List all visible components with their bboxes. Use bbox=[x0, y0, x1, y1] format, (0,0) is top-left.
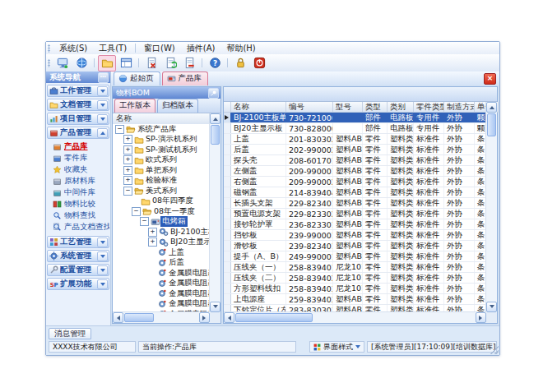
message-panel-tab[interactable]: 消息管理 bbox=[49, 328, 91, 339]
tree-node[interactable]: 后盖 bbox=[113, 258, 220, 269]
table-row[interactable]: BJ-2100主板单点730-721000-12X部件电路板专用件外协颗 bbox=[224, 113, 497, 123]
menu-item-system[interactable]: 系统(S) bbox=[53, 43, 93, 54]
sidebar-group-extension[interactable]: SP扩展功能 bbox=[47, 278, 109, 290]
tree-node[interactable]: +BJ20主显示板 bbox=[113, 238, 220, 248]
tree-node[interactable]: +检验标准 bbox=[113, 176, 220, 187]
table-row[interactable]: 挡钞板239-990001-01X塑料ABS零件塑料类标准件外协条 bbox=[224, 230, 497, 241]
table-row[interactable]: BJ20主显示板730-828000-04X部件电路板专用件外协颗 bbox=[224, 123, 497, 134]
table-row[interactable]: 滑钞板239-823401-00X塑料ABS零件塑料类标准件外协条 bbox=[224, 241, 497, 251]
sidebar-item-product-lib[interactable]: 产品库 bbox=[53, 141, 109, 152]
sidebar-item-product-doc-find[interactable]: 产品文档查找 bbox=[53, 222, 109, 233]
sidebar-group-chevron-button[interactable] bbox=[97, 251, 108, 261]
toolbar-doc-delete-button[interactable] bbox=[180, 55, 198, 71]
expander-minus-icon[interactable]: − bbox=[123, 187, 132, 196]
tree-node[interactable]: +SP-演示机系列 bbox=[113, 135, 220, 145]
sidebar-group-work[interactable]: 工作管理 bbox=[47, 85, 109, 97]
sidebar-group-project[interactable]: 项目管理 bbox=[47, 113, 109, 125]
menu-item-help[interactable]: 帮助(H) bbox=[220, 43, 261, 54]
table-row[interactable]: 提手（A、B）249-990001-01X塑料ABS零件塑料类标准件外协条 bbox=[224, 251, 497, 262]
tree-node[interactable]: +SP-测试机系列 bbox=[113, 145, 220, 155]
sidebar-group-config[interactable]: 配置管理 bbox=[47, 264, 109, 276]
sidebar-group-chevron-button[interactable] bbox=[97, 100, 108, 110]
scrollbar-thumb[interactable] bbox=[211, 125, 220, 145]
scroll-up-button[interactable] bbox=[486, 102, 497, 113]
scroll-right-button[interactable] bbox=[199, 312, 210, 323]
scrollbar-thumb[interactable] bbox=[124, 313, 154, 322]
tree-horizontal-scrollbar[interactable] bbox=[113, 311, 210, 323]
tree-node[interactable]: −电烤箱 bbox=[113, 217, 220, 228]
table-row[interactable]: 压线夹（一）258-839401-00X尼龙1010零件塑料类标准件外协条 bbox=[224, 262, 497, 273]
bom-version-tab-1[interactable]: 归档版本 bbox=[157, 99, 198, 113]
close-tab-button[interactable]: × bbox=[484, 73, 496, 85]
column-header-6[interactable]: 制造方式 bbox=[444, 102, 475, 113]
table-row[interactable]: 方形塑料线扣258-839403-00X尼龙1010零件塑料类标准件外协条 bbox=[224, 284, 497, 294]
table-row[interactable]: 压线夹（二）258-839402-00X尼龙1010零件塑料类标准件外协条 bbox=[224, 273, 497, 284]
menubar-grip-handle[interactable] bbox=[48, 44, 50, 53]
sidebar-header-menu-button[interactable]: ⋯ bbox=[98, 72, 109, 83]
sidebar-group-product[interactable]: 产品管理 bbox=[47, 127, 109, 139]
expander-plus-icon[interactable]: + bbox=[123, 166, 132, 175]
tree-node[interactable]: 08年四季度 bbox=[113, 196, 220, 207]
bom-version-tab-0[interactable]: 工作版本 bbox=[114, 99, 155, 113]
table-row[interactable]: 预置电源支架229-823302-00X塑料ABS零件塑料类标准件外协条 bbox=[224, 209, 497, 219]
sidebar-item-material-compare[interactable]: 物料比较 bbox=[53, 199, 109, 210]
tree-node[interactable]: 金属膜电阻器 bbox=[113, 279, 220, 289]
sidebar-group-system[interactable]: 系统管理 bbox=[47, 250, 109, 262]
table-row[interactable]: 磁钢盖214-839404-01X塑料ABS零件塑料类标准件外协条 bbox=[224, 187, 497, 198]
menu-item-plugins[interactable]: 插件(A) bbox=[181, 43, 221, 54]
table-row[interactable]: 右侧盖209-990002-01X塑料ABS零件塑料类标准件外协条 bbox=[224, 177, 497, 187]
sidebar-group-chevron-button[interactable] bbox=[97, 238, 108, 247]
sidebar-group-chevron-button[interactable] bbox=[97, 265, 108, 275]
toolbar-help-button[interactable]: ? bbox=[206, 55, 224, 71]
sidebar-group-chevron-button[interactable] bbox=[97, 114, 108, 124]
sidebar-item-raw-material-lib[interactable]: 原材料库 bbox=[53, 176, 109, 187]
scroll-left-button[interactable] bbox=[113, 312, 123, 323]
sidebar-item-parts-lib[interactable]: 零件库 bbox=[53, 153, 109, 164]
tab-product-lib[interactable]: 产品库 bbox=[162, 71, 209, 85]
table-horizontal-scrollbar[interactable] bbox=[224, 311, 486, 323]
table-row[interactable]: 接钞轮护罩236-823301-00X塑料ABS零件塑料类标准件外协条 bbox=[224, 219, 497, 230]
table-vertical-scrollbar[interactable] bbox=[485, 102, 497, 312]
column-header-4[interactable]: 类别 bbox=[388, 102, 414, 113]
table-row[interactable]: 左侧盖209-990001-01X塑料ABS零件塑料类标准件外协条 bbox=[224, 166, 497, 177]
tree-node[interactable]: +欧式系列 bbox=[113, 155, 220, 166]
column-header-2[interactable]: 型号 bbox=[333, 102, 363, 113]
sidebar-item-favorites[interactable]: 收藏夹 bbox=[53, 164, 109, 175]
menu-item-tools[interactable]: 工具(T) bbox=[93, 43, 132, 54]
tree-node[interactable]: −系统产品库 bbox=[113, 124, 220, 135]
tree-node[interactable]: +单把系列 bbox=[113, 165, 220, 176]
tree-node[interactable]: −08年一季度 bbox=[113, 206, 220, 217]
column-header-0[interactable]: 名称 bbox=[231, 102, 286, 113]
table-row[interactable]: 上电源座259-839403-00X塑料ABS零件塑料类标准件外协条 bbox=[224, 294, 497, 305]
scroll-up-button[interactable] bbox=[210, 113, 220, 124]
toolbar-computer-button[interactable] bbox=[53, 55, 72, 71]
tab-start-page[interactable]: 起始页 bbox=[114, 71, 160, 85]
sidebar-group-chevron-button[interactable] bbox=[97, 279, 108, 289]
sidebar-group-document[interactable]: 文档管理 bbox=[47, 99, 109, 111]
tree-node[interactable]: 金属膜电阻器 bbox=[113, 268, 220, 279]
scroll-right-button[interactable] bbox=[476, 312, 486, 323]
sidebar-item-middleware-lib[interactable]: 中间件库 bbox=[53, 187, 109, 198]
table-row[interactable]: 上盖201-830302-00X塑料ABS零件塑料类标准件外协条 bbox=[224, 134, 497, 145]
tree-node[interactable]: 金属膜电阻器 bbox=[113, 288, 220, 299]
expander-plus-icon[interactable]: + bbox=[123, 145, 132, 154]
scrollbar-thumb[interactable] bbox=[487, 113, 496, 136]
table-row[interactable]: 长插头支架229-823401-00X塑料ABS零件塑料类标准件外协条 bbox=[224, 198, 497, 209]
expander-plus-icon[interactable]: + bbox=[123, 176, 132, 185]
scroll-down-button[interactable] bbox=[210, 302, 220, 312]
tree-column-header[interactable]: 名称 bbox=[113, 113, 210, 125]
sidebar-group-process[interactable]: 工艺管理 bbox=[47, 236, 109, 248]
expander-minus-icon[interactable]: − bbox=[132, 207, 141, 216]
tree-node[interactable]: 金属膜电阻器 bbox=[113, 299, 220, 310]
toolbar-report-button[interactable] bbox=[117, 55, 135, 71]
tree-node[interactable]: 上盖 bbox=[113, 247, 220, 258]
pin-icon[interactable] bbox=[208, 88, 219, 99]
sidebar-group-chevron-button[interactable] bbox=[97, 86, 108, 96]
toolbar-doc-close-button[interactable] bbox=[142, 55, 160, 71]
scroll-left-button[interactable] bbox=[224, 312, 234, 323]
tree-node[interactable]: +BJ-2100主板单点 bbox=[113, 227, 220, 238]
toolbar-globe-button[interactable] bbox=[72, 55, 90, 71]
expander-plus-icon[interactable]: + bbox=[123, 135, 132, 144]
sidebar-item-material-find[interactable]: 物料查找 bbox=[53, 210, 109, 221]
column-header-3[interactable]: 类型 bbox=[363, 102, 388, 113]
